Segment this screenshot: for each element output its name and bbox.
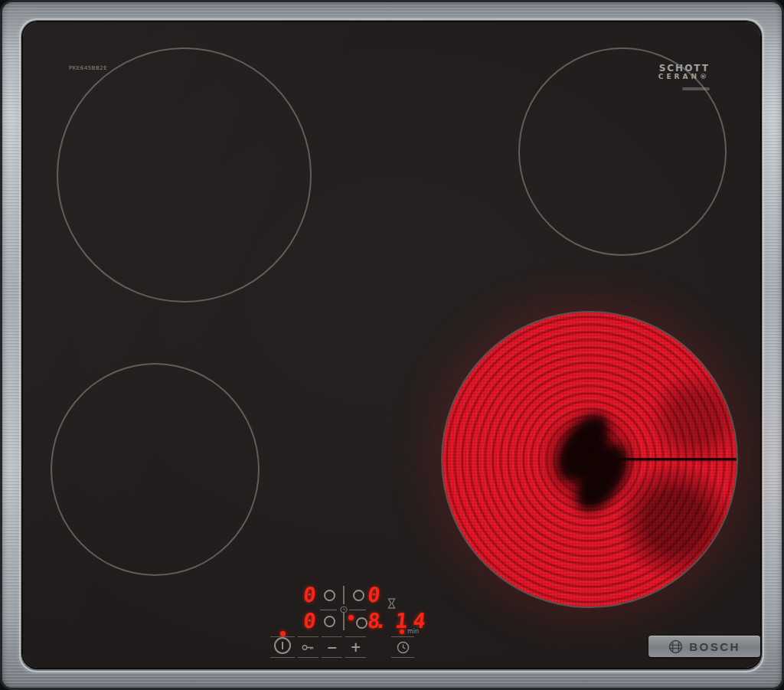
timer-led xyxy=(400,630,404,634)
child-lock-button[interactable] xyxy=(298,636,318,658)
key-icon xyxy=(302,644,315,651)
zone-select-front-right[interactable] xyxy=(356,617,368,629)
zone-front-left-ring xyxy=(51,363,260,576)
minus-label: − xyxy=(326,641,337,654)
display-back-right-level: 0 xyxy=(367,585,381,605)
zone-back-right-ring xyxy=(518,47,727,256)
timer-unit-label: min xyxy=(407,628,419,635)
zone-select-front-left[interactable] xyxy=(324,616,335,627)
bosch-wordmark: BOSCH xyxy=(689,640,740,653)
zone-front-right-heating-element xyxy=(441,311,738,608)
display-divider-horizontal-right xyxy=(349,610,366,611)
control-display: 0 0 0 8. 14 xyxy=(303,584,432,634)
power-led xyxy=(280,631,286,636)
display-front-right-level: 8. xyxy=(367,611,383,631)
bosch-armature-icon xyxy=(668,639,683,654)
model-number: PKE645BB2E xyxy=(69,65,107,71)
hourglass-icon xyxy=(387,598,396,609)
zone-select-back-left[interactable] xyxy=(324,590,335,601)
cooktop-photo: PKE645BB2E SCHOTT CERAN® 0 0 0 xyxy=(0,0,784,690)
display-back-left-level: 0 xyxy=(302,585,317,605)
zone-select-back-right[interactable] xyxy=(353,590,364,601)
display-front-left-level: 0 xyxy=(302,611,317,631)
display-divider-vertical-top xyxy=(343,586,345,604)
plus-button[interactable]: + xyxy=(345,636,366,658)
display-divider-horizontal-left xyxy=(320,610,337,611)
active-zone-led xyxy=(348,615,354,620)
zone-back-left-ring xyxy=(57,47,312,302)
touch-key-row: − + xyxy=(270,636,366,658)
display-divider-vertical-bottom xyxy=(343,612,345,630)
clock-icon xyxy=(397,641,410,654)
minus-button[interactable]: − xyxy=(322,636,342,658)
timer-button[interactable] xyxy=(391,636,414,658)
power-icon xyxy=(274,637,291,654)
power-button[interactable] xyxy=(270,636,295,658)
bosch-badge: BOSCH xyxy=(648,636,760,657)
heater-texture-overlay xyxy=(443,312,737,607)
plus-label: + xyxy=(350,641,361,654)
